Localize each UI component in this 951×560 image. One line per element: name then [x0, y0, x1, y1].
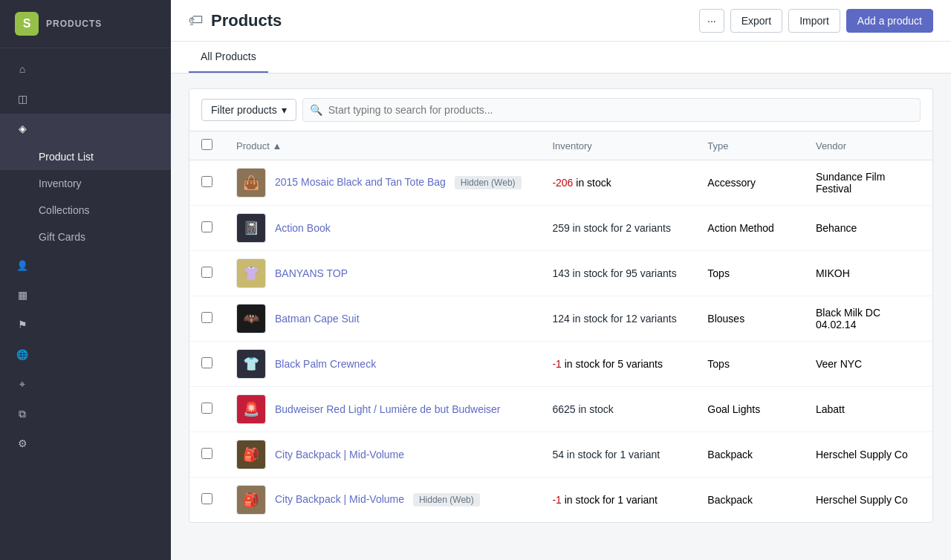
vendor-cell: Veer NYC	[804, 342, 932, 387]
row-checkbox[interactable]	[201, 493, 212, 504]
row-checkbox[interactable]	[201, 403, 212, 414]
product-cell-inner: 📓 Action Book	[236, 213, 528, 243]
select-all-checkbox[interactable]	[201, 139, 212, 150]
row-checkbox[interactable]	[201, 448, 212, 459]
marketing-icon: ⚑	[15, 317, 30, 332]
vendor-cell: Labatt	[804, 387, 932, 432]
row-checkbox[interactable]	[201, 221, 212, 232]
product-cell: 📓 Action Book	[224, 206, 540, 251]
shopify-logo: S	[15, 12, 39, 36]
table-header: Product ▲ Inventory Type Vendor	[189, 131, 932, 160]
product-info: 2015 Mosaic Black and Tan Tote Bag Hidde…	[275, 176, 522, 189]
sidebar-item-pin[interactable]: ⌖	[0, 369, 171, 399]
product-info: City Backpack | Mid-Volume	[275, 449, 404, 460]
product-name-link[interactable]: Batman Cape Suit	[275, 313, 360, 325]
product-name-link[interactable]: 2015 Mosaic Black and Tan Tote Bag	[275, 176, 446, 188]
product-info: Black Palm Crewneck	[275, 358, 376, 370]
product-info: Batman Cape Suit	[275, 313, 360, 325]
header-type: Type	[695, 131, 804, 160]
inventory-text: 259 in stock for 2 variants	[552, 222, 671, 234]
type-cell: Backpack	[695, 478, 804, 523]
product-name-link[interactable]: City Backpack | Mid-Volume	[275, 449, 404, 460]
export-button[interactable]: Export	[730, 9, 782, 33]
row-checkbox[interactable]	[201, 357, 212, 368]
vendor-cell: Sundance Film Festival	[804, 160, 932, 206]
product-cell-inner: 🚨 Budweiser Red Light / Lumière de but B…	[236, 394, 528, 424]
sidebar-item-orders[interactable]: ◫	[0, 84, 171, 114]
product-cell: 🎒 City Backpack | Mid-Volume Hidden (Web…	[224, 478, 540, 523]
sidebar-item-customers[interactable]: 👤	[0, 250, 171, 280]
sidebar-item-products[interactable]: ◈	[0, 114, 171, 143]
sidebar-item-globe[interactable]: 🌐	[0, 339, 171, 369]
type-cell: Accessory	[695, 160, 804, 206]
row-checkbox[interactable]	[201, 312, 212, 323]
vendor-cell: Herschel Supply Co	[804, 478, 932, 523]
content-area: Filter products ▾ 🔍 Product	[171, 74, 951, 560]
page-header: 🏷 Products ··· Export Import Add a produ…	[171, 0, 951, 42]
search-icon: 🔍	[310, 104, 322, 116]
vendor-cell: Black Milk DC 04.02.14	[804, 296, 932, 342]
product-cell-inner: 👚 BANYANS TOP	[236, 258, 528, 288]
sidebar-item-analytics[interactable]: ▦	[0, 280, 171, 310]
product-name-link[interactable]: BANYANS TOP	[275, 267, 348, 279]
import-button[interactable]: Import	[788, 9, 840, 33]
inventory-text: 54 in stock for 1 variant	[552, 449, 660, 460]
search-input[interactable]	[302, 98, 921, 122]
row-checkbox[interactable]	[201, 267, 212, 278]
product-name-link[interactable]: City Backpack | Mid-Volume	[275, 493, 404, 505]
product-name-link[interactable]: Black Palm Crewneck	[275, 358, 376, 370]
product-cell: 🚨 Budweiser Red Light / Lumière de but B…	[224, 387, 540, 432]
vendor-cell: MIKOH	[804, 251, 932, 296]
product-badge: Hidden (Web)	[413, 493, 480, 507]
row-checkbox-cell	[189, 432, 224, 478]
product-thumbnail: 👜	[236, 168, 266, 198]
vendor-cell: Behance	[804, 206, 932, 251]
product-info: City Backpack | Mid-Volume Hidden (Web)	[275, 493, 480, 507]
inventory-text: 143 in stock for 95 variants	[552, 267, 676, 279]
tag-icon: 🏷	[189, 12, 204, 29]
filter-products-button[interactable]: Filter products ▾	[201, 99, 296, 121]
add-product-button[interactable]: Add a product	[846, 9, 933, 33]
inventory-cell: -206 in stock	[540, 160, 695, 206]
sidebar-item-inventory[interactable]: Inventory	[0, 170, 171, 197]
apps-icon: ⧉	[15, 406, 30, 421]
type-cell: Tops	[695, 342, 804, 387]
sidebar-item-apps[interactable]: ⧉	[0, 399, 171, 429]
inventory-cell: -1 in stock for 1 variant	[540, 478, 695, 523]
row-checkbox-cell	[189, 160, 224, 206]
table-row: 👜 2015 Mosaic Black and Tan Tote Bag Hid…	[189, 160, 932, 206]
sidebar-item-settings[interactable]: ⚙	[0, 429, 171, 458]
product-thumbnail: 🚨	[236, 394, 266, 424]
negative-inventory: -1	[552, 358, 561, 370]
product-badge: Hidden (Web)	[455, 176, 522, 189]
row-checkbox[interactable]	[201, 176, 212, 187]
sidebar-item-marketing[interactable]: ⚑	[0, 310, 171, 339]
orders-icon: ◫	[15, 91, 30, 106]
sidebar-item-gift-cards[interactable]: Gift Cards	[0, 224, 171, 250]
product-thumbnail: 🎒	[236, 485, 266, 515]
store-name: PRODUCTS	[46, 19, 102, 29]
sort-icon: ▲	[272, 140, 282, 152]
table-row: 🎒 City Backpack | Mid-Volume 54 in stock…	[189, 432, 932, 478]
inventory-cell: 259 in stock for 2 variants	[540, 206, 695, 251]
product-cell-inner: 👕 Black Palm Crewneck	[236, 349, 528, 379]
filter-bar: Filter products ▾ 🔍	[189, 89, 932, 131]
sidebar-item-product-list[interactable]: Product List	[0, 143, 171, 170]
product-thumbnail: 🎒	[236, 440, 266, 469]
sidebar-item-collections[interactable]: Collections	[0, 197, 171, 224]
negative-inventory: -206	[552, 177, 573, 189]
header-actions: ··· Export Import Add a product	[699, 9, 933, 33]
header-product[interactable]: Product ▲	[224, 131, 540, 160]
product-cell: 👚 BANYANS TOP	[224, 251, 540, 296]
product-name-link[interactable]: Action Book	[275, 222, 331, 234]
product-thumbnail: 👕	[236, 349, 266, 379]
type-cell: Action Method	[695, 206, 804, 251]
table-row: 🚨 Budweiser Red Light / Lumière de but B…	[189, 387, 932, 432]
product-thumbnail: 📓	[236, 213, 266, 243]
customers-icon: 👤	[15, 258, 30, 273]
product-name-link[interactable]: Budweiser Red Light / Lumière de but Bud…	[275, 403, 501, 415]
sidebar-item-home[interactable]: ⌂	[0, 54, 171, 84]
product-cell-inner: 🎒 City Backpack | Mid-Volume Hidden (Web…	[236, 485, 528, 515]
tab-all-products[interactable]: All Products	[189, 42, 268, 73]
more-button[interactable]: ···	[699, 9, 724, 33]
